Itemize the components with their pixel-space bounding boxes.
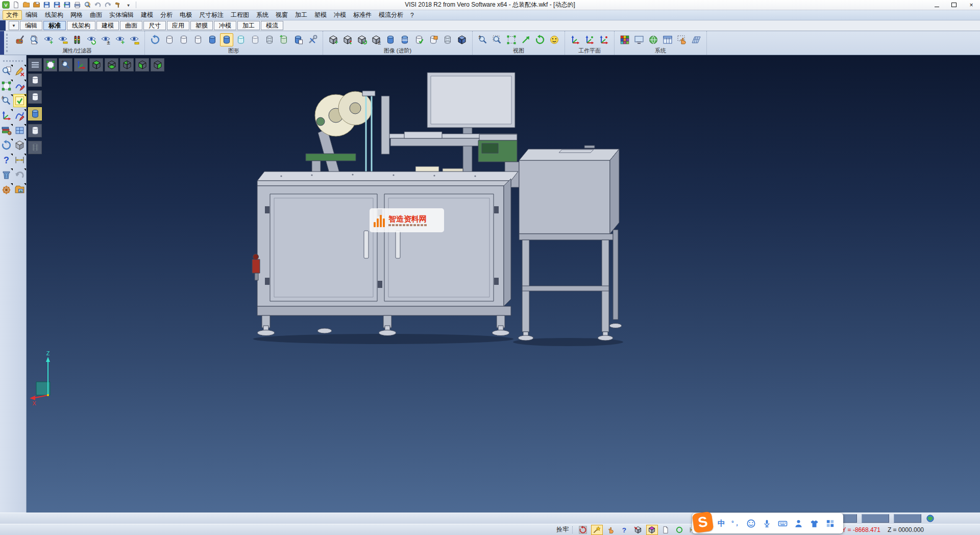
erase-pencil-button[interactable] [14, 65, 26, 77]
zoom-extents-button[interactable] [505, 33, 518, 46]
menu-item-4[interactable]: 曲面 [86, 10, 106, 20]
monitor-config-button[interactable] [632, 33, 646, 46]
cube-right-button[interactable] [151, 58, 164, 71]
menu-item-7[interactable]: 分析 [157, 10, 176, 20]
attribute-books-button[interactable] [1, 124, 13, 136]
cube-bottom-button[interactable] [105, 58, 118, 71]
undo-arrow-button[interactable] [14, 168, 26, 181]
ribbon-drag-handle[interactable] [6, 34, 8, 52]
redo-arrow-icon[interactable] [104, 1, 112, 9]
menu-item-6[interactable]: 建模 [137, 10, 157, 20]
image-folder-button[interactable] [14, 183, 26, 196]
color-grid-button[interactable] [618, 33, 631, 46]
axes-arrows-button[interactable] [1, 109, 13, 121]
menu-item-10[interactable]: 工程图 [227, 10, 253, 20]
cube-back-button[interactable] [120, 58, 134, 71]
close-button[interactable]: × [963, 1, 980, 10]
grid-plane-button[interactable] [690, 33, 703, 46]
curve-pencil-button[interactable] [14, 80, 26, 92]
tab-7[interactable]: 塑膜 [190, 21, 213, 30]
table-grid-button[interactable] [661, 33, 674, 46]
zoom-dynamic-button[interactable]: ± [476, 33, 489, 46]
lock-label[interactable]: 拴牢 [556, 525, 569, 534]
cylinder-outline-button[interactable] [28, 74, 42, 87]
toolbar-dropdown-icon[interactable]: ▾ [124, 1, 133, 9]
earth-globe-icon[interactable] [926, 514, 936, 523]
tab-5[interactable]: 尺寸 [143, 21, 166, 30]
menu-item-16[interactable]: 标准件 [350, 10, 375, 20]
refresh-view-button[interactable] [533, 33, 547, 46]
menu-item-1[interactable]: 编辑 [22, 10, 41, 20]
spline-pencil-button[interactable] [14, 109, 26, 121]
cylinder-photo-button[interactable] [427, 33, 440, 46]
cylinder-layers-button[interactable] [277, 33, 290, 46]
cylinder-wireframe-button[interactable] [263, 33, 276, 46]
tab-3[interactable]: 建模 [96, 21, 119, 30]
trash-bin-button[interactable] [1, 168, 13, 181]
help-question-button[interactable]: ? [1, 154, 13, 166]
person-icon[interactable] [794, 519, 803, 528]
layer-color-swatch[interactable] [862, 514, 889, 523]
navigation-wheel-button[interactable] [1, 183, 13, 196]
eye-plus-button[interactable]: + [113, 33, 127, 46]
frame-handles-button[interactable] [43, 58, 57, 71]
menu-item-11[interactable]: 系统 [253, 10, 272, 20]
skin-shirt-icon[interactable] [810, 519, 819, 528]
wrench-tools-button[interactable] [306, 33, 319, 46]
tab-1[interactable]: 标准 [43, 21, 66, 30]
viewport-3d[interactable]: Z X ± 智造资料网 [27, 55, 980, 513]
tool-stamp-icon[interactable] [114, 1, 122, 9]
sogou-logo-icon[interactable]: S [692, 512, 714, 533]
cylinder-cyan-button[interactable] [234, 33, 248, 46]
menu-item-13[interactable]: 加工 [291, 10, 311, 20]
cube-top-button[interactable] [89, 58, 103, 71]
snap-cube-button[interactable] [632, 525, 644, 535]
minimize-button[interactable] [928, 1, 945, 10]
refresh-cylinder-button[interactable] [149, 33, 162, 46]
zoom-search-button[interactable] [1, 65, 13, 77]
cpl-rotate-button[interactable] [569, 33, 582, 46]
print-preview-icon[interactable] [83, 1, 92, 9]
cylinder-copy-button[interactable] [291, 33, 305, 46]
frame-handles-button[interactable] [1, 80, 13, 92]
eye-remove-button[interactable] [56, 33, 69, 46]
open-file-icon[interactable] [22, 1, 31, 9]
maximize-button[interactable] [945, 1, 963, 10]
eye-plusminus-button[interactable]: ± [99, 33, 112, 46]
menu-item-3[interactable]: 网格 [67, 10, 86, 20]
layer-color-swatch[interactable] [894, 514, 921, 523]
arrow-diagonal-button[interactable] [519, 33, 532, 46]
refresh-blue-button[interactable] [1, 139, 13, 151]
eye-refresh-button[interactable] [85, 33, 98, 46]
cylinder-wireframe-button[interactable] [28, 141, 42, 154]
cylinder-flat-button[interactable] [28, 124, 42, 137]
cylinder-blue-button[interactable] [220, 33, 233, 46]
cylinder-check-button[interactable] [412, 33, 426, 46]
cylinder-blue-button[interactable] [206, 33, 219, 46]
zoom-dynamic-button[interactable]: ± [59, 58, 72, 71]
menu-item-14[interactable]: 塑模 [311, 10, 330, 20]
menu-item-12[interactable]: 视窗 [272, 10, 291, 20]
zoom-window-button[interactable] [491, 33, 504, 46]
hand-pointer-button[interactable] [605, 525, 617, 535]
zoom-plus-button[interactable]: ± [1, 94, 13, 107]
open-folder-icon[interactable] [32, 1, 41, 9]
cylinder-wireframe-button[interactable] [441, 33, 454, 46]
cylinder-striped-button[interactable] [398, 33, 411, 46]
cylinder-outline-button[interactable] [191, 33, 205, 46]
keyboard-icon[interactable] [778, 519, 788, 528]
cylinder-outline-button[interactable] [163, 33, 176, 46]
tab-0[interactable]: 编辑 [20, 21, 42, 30]
eye-add-button[interactable]: + [42, 33, 55, 46]
smiley-face-button[interactable] [548, 33, 561, 46]
eye-minus-button[interactable] [128, 33, 141, 46]
tab-4[interactable]: 曲面 [120, 21, 142, 30]
axes-small-button[interactable] [74, 58, 88, 71]
menu-item-2[interactable]: 线架构 [41, 10, 67, 20]
shaded-cube-button[interactable] [455, 33, 469, 46]
traffic-light-button[interactable] [70, 33, 84, 46]
help-question-button[interactable]: ? [619, 525, 630, 535]
window-blue-button[interactable] [14, 124, 26, 136]
tab-10[interactable]: 模流 [261, 21, 283, 30]
new-file-icon[interactable] [12, 1, 20, 9]
